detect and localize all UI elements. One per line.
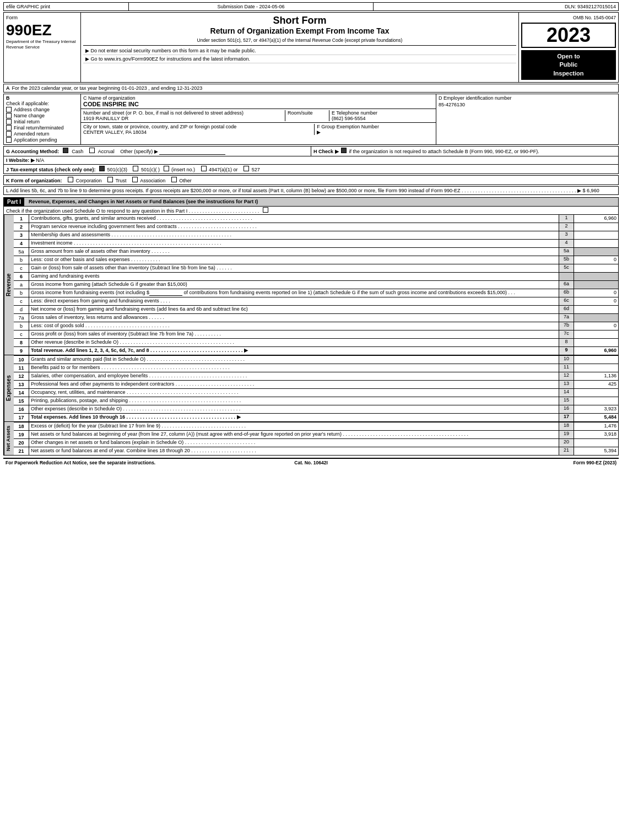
- accounting-label: G Accounting Method:: [6, 149, 59, 154]
- row5a-desc: Gross amount from sale of assets other t…: [29, 248, 559, 256]
- form-number-section: Form 990EZ Department of the Treasury In…: [4, 13, 81, 82]
- dln-number: DLN: 93492127015014: [374, 3, 618, 10]
- schedule-o-checkbox[interactable]: [263, 207, 268, 213]
- row20-desc: Other changes in net assets or fund bala…: [29, 439, 559, 447]
- revenue-row-7c: c Gross profit or (loss) from sales of i…: [14, 330, 618, 339]
- insert-checkbox[interactable]: [164, 166, 169, 171]
- city-section: City or town, state or province, country…: [83, 124, 315, 135]
- row6b-num: b: [14, 289, 29, 297]
- row7c-num: c: [14, 330, 29, 338]
- section-b-col: B Check if applicable: Address change Na…: [4, 94, 81, 144]
- row3-num: 3: [14, 231, 29, 239]
- j-row: J Tax-exempt status (check only one): 50…: [4, 165, 618, 174]
- name-checkbox[interactable]: [6, 113, 12, 118]
- submission-date: Submission Date - 2024-05-06: [128, 3, 374, 10]
- row20-num: 20: [14, 439, 29, 447]
- check-name[interactable]: Name change: [6, 113, 78, 118]
- net-row-19: 19 Net assets or fund balances at beginn…: [14, 431, 618, 439]
- schedule-o-text: Check if the organization used Schedule …: [6, 208, 259, 214]
- accrual-checkbox[interactable]: [89, 148, 95, 153]
- row7c-linenum: 7c: [559, 330, 574, 338]
- room-section: Room/suite: [285, 110, 329, 121]
- corp-checkbox[interactable]: [68, 177, 73, 182]
- net-assets-section: Net Assets 18 Excess or (deficit) for th…: [3, 422, 619, 456]
- form-org-label: K Form of organization:: [6, 178, 62, 183]
- expenses-table-container: 10 Grants and similar amounts paid (list…: [14, 355, 618, 421]
- corp-option: Corporation: [68, 178, 103, 183]
- other-org-label: Other: [179, 178, 192, 183]
- phone-value: (862) 596-5554: [332, 116, 431, 121]
- revenue-row-6d: d Net income or (loss) from gaming and f…: [14, 306, 618, 314]
- address-checkbox[interactable]: [6, 107, 12, 112]
- org-name-section: C Name of organization CODE INSPIRE INC: [81, 94, 436, 109]
- address-row: Number and street (or P. O. box, if mail…: [81, 109, 436, 123]
- amended-checkbox[interactable]: [6, 131, 12, 137]
- row6c-amount: 0: [574, 297, 618, 305]
- final-label: Final return/terminated: [14, 125, 64, 131]
- row18-linenum: 18: [559, 422, 574, 430]
- trust-checkbox[interactable]: [107, 177, 113, 182]
- h-check-label: H Check ▶: [313, 149, 339, 154]
- row16-num: 16: [14, 405, 29, 413]
- check-final[interactable]: Final return/terminated: [6, 125, 78, 131]
- row6a-amount: [574, 281, 618, 289]
- final-checkbox[interactable]: [6, 125, 12, 131]
- row6d-linenum: 6d: [559, 306, 574, 313]
- 501c3-checkbox[interactable]: [99, 166, 105, 171]
- row5c-num: c: [14, 264, 29, 272]
- omb-section: OMB No. 1545-0047 2023 Open toPublicInsp…: [519, 13, 618, 82]
- 527-checkbox[interactable]: [244, 166, 249, 171]
- main-header: Form 990EZ Department of the Treasury In…: [3, 12, 619, 83]
- revenue-row-4: 4 Investment income . . . . . . . . . . …: [14, 240, 618, 248]
- revenue-row-5a: 5a Gross amount from sale of assets othe…: [14, 248, 618, 256]
- net-assets-side-label: Net Assets: [4, 422, 14, 455]
- assoc-checkbox[interactable]: [132, 177, 138, 182]
- row3-amount: [574, 231, 618, 239]
- 4947-label: 4947(a)(1) or: [209, 167, 238, 172]
- tax-exempt-label: J Tax-exempt status (check only one):: [6, 167, 95, 172]
- street-label: Number and street (or P. O. box, if mail…: [83, 110, 283, 116]
- row7a-linenum: 7a: [559, 314, 574, 322]
- h-checkbox[interactable]: [341, 148, 347, 153]
- assoc-option: Association: [132, 178, 167, 183]
- row6-amount: [574, 273, 618, 280]
- row20-linenum: 20: [559, 439, 574, 447]
- expense-row-13: 13 Professional fees and other payments …: [14, 381, 618, 389]
- other-org-checkbox[interactable]: [171, 177, 177, 182]
- omb-number: OMB No. 1545-0047: [521, 15, 616, 20]
- section-d-col: D Employer identification number 85-4276…: [436, 94, 618, 144]
- form-title-sub: Return of Organization Exempt From Incom…: [83, 26, 516, 35]
- section-c-col: C Name of organization CODE INSPIRE INC …: [81, 94, 436, 144]
- row14-desc: Occupancy, rent, utilities, and maintena…: [29, 389, 559, 397]
- name-label: Name change: [14, 113, 45, 118]
- cash-checkbox[interactable]: [63, 148, 68, 153]
- revenue-table-container: 1 Contributions, gifts, grants, and simi…: [14, 215, 618, 355]
- row5c-amount: [574, 264, 618, 272]
- row12-num: 12: [14, 372, 29, 380]
- row11-amount: [574, 364, 618, 372]
- part-i-header: Part I Revenue, Expenses, and Changes in…: [3, 197, 619, 206]
- 4947-checkbox[interactable]: [201, 166, 207, 171]
- 501c-checkbox[interactable]: [133, 166, 138, 171]
- row6-desc: Gaming and fundraising events: [29, 273, 559, 280]
- row14-amount: [574, 389, 618, 397]
- employer-id-value: 85-4276130: [439, 102, 616, 107]
- org-name-value: CODE INSPIRE INC: [83, 101, 434, 107]
- revenue-row-5c: c Gain or (loss) from sale of assets oth…: [14, 264, 618, 273]
- check-initial[interactable]: Initial return: [6, 119, 78, 124]
- row18-num: 18: [14, 422, 29, 430]
- initial-checkbox[interactable]: [6, 119, 12, 124]
- schedule-o-check-row: Check if the organization used Schedule …: [3, 206, 619, 214]
- city-label: City or town, state or province, country…: [83, 124, 312, 129]
- check-amended[interactable]: Amended return: [6, 131, 78, 137]
- app-pending-checkbox[interactable]: [6, 137, 12, 143]
- 527-label: 527: [252, 167, 260, 172]
- row15-desc: Printing, publications, postage, and shi…: [29, 397, 559, 405]
- check-app-pending[interactable]: Application pending: [6, 137, 78, 143]
- address-label: Address change: [14, 107, 50, 112]
- check-address[interactable]: Address change: [6, 107, 78, 112]
- row12-desc: Salaries, other compensation, and employ…: [29, 372, 559, 380]
- revenue-row-8: 8 Other revenue (describe in Schedule O)…: [14, 339, 618, 347]
- group-exemption-section: F Group Exemption Number ▶: [315, 124, 434, 135]
- g-section: G Accounting Method: Cash Accrual Other …: [4, 147, 311, 156]
